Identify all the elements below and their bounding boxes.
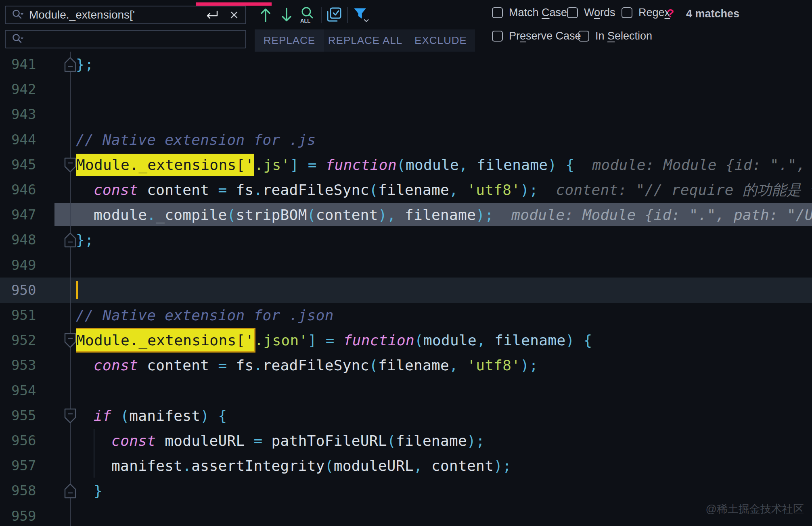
search-match-highlight: Module._extensions[' (76, 154, 254, 176)
code-line[interactable]: 952Module._extensions['.json'] = functio… (0, 328, 812, 353)
line-number[interactable]: 944 (11, 127, 36, 152)
code-token: module (423, 332, 477, 349)
code-token: content (138, 182, 218, 198)
text-cursor (76, 281, 78, 299)
search-all-button[interactable]: ALL (298, 6, 316, 24)
next-match-button[interactable] (278, 6, 295, 24)
code-line[interactable]: 954 (0, 378, 812, 403)
line-number[interactable]: 957 (11, 453, 36, 478)
whole-words-checkbox[interactable] (567, 7, 578, 18)
previous-match-button[interactable] (257, 6, 274, 24)
code-token: if (94, 407, 111, 424)
code-token (557, 157, 565, 173)
code-line[interactable]: 942 (0, 77, 812, 102)
code-token: { (218, 407, 227, 424)
line-number[interactable]: 950 (11, 278, 36, 303)
line-number[interactable]: 946 (11, 177, 36, 202)
line-number[interactable]: 958 (11, 478, 36, 503)
search-progress-bar (196, 2, 272, 6)
code-token (111, 407, 120, 424)
fold-start-icon[interactable] (63, 157, 77, 173)
search-match-highlight: Module._extensions[' (76, 329, 254, 351)
code-token: ); (520, 182, 538, 198)
line-number[interactable]: 949 (11, 253, 36, 278)
line-number[interactable]: 947 (11, 202, 36, 228)
line-number[interactable]: 945 (11, 152, 36, 177)
replace-input[interactable] (5, 30, 246, 48)
code-token (299, 157, 308, 173)
replace-all-button[interactable]: REPLACE ALL (324, 29, 406, 52)
whole-words-label[interactable]: Words (584, 6, 615, 19)
line-number[interactable]: 952 (11, 328, 36, 353)
line-number[interactable]: 943 (11, 102, 36, 127)
code-line[interactable]: 946 const content = fs.readFileSync(file… (0, 177, 812, 202)
code-line[interactable]: 953 const content = fs.readFileSync(file… (0, 353, 812, 378)
preserve-case-checkbox[interactable] (492, 31, 503, 42)
code-token: }; (76, 56, 94, 73)
fold-end-icon[interactable] (63, 483, 77, 499)
code-line[interactable]: 945Module._extensions['.js'] = function(… (0, 152, 812, 177)
line-number[interactable]: 959 (11, 503, 36, 526)
preserve-case-label[interactable]: Preserve Case (509, 30, 581, 42)
regex-label[interactable]: Regex (638, 6, 670, 19)
line-number[interactable]: 954 (11, 378, 36, 403)
return-icon[interactable] (205, 10, 219, 20)
code-token: .js' (254, 157, 290, 173)
filter-button[interactable] (352, 6, 370, 24)
code-line[interactable]: 941}; (0, 52, 812, 77)
code-line[interactable]: 948}; (0, 227, 812, 253)
code-line[interactable]: 950 (0, 278, 812, 303)
replace-button[interactable]: REPLACE (255, 29, 324, 52)
code-area[interactable]: 941};942943944// Native extension for .j… (0, 0, 812, 526)
line-number[interactable]: 942 (11, 77, 36, 102)
code-token: // Native extension for .json (76, 307, 334, 324)
fold-end-icon[interactable] (63, 232, 77, 248)
code-line[interactable]: 956 const moduleURL = pathToFileURL(file… (0, 428, 812, 453)
select-all-matches-button[interactable] (325, 6, 343, 24)
in-selection-label[interactable]: In Selection (595, 30, 652, 42)
fold-start-icon[interactable] (63, 408, 77, 424)
whole-words-toggle: Words (567, 7, 615, 18)
replace-query-field[interactable] (29, 33, 240, 46)
fold-end-icon[interactable] (63, 56, 77, 73)
code-line[interactable]: 957 manifest.assertIntegrity(moduleURL, … (0, 453, 812, 478)
code-token: ( (325, 457, 334, 474)
code-line[interactable]: 951// Native extension for .json (0, 303, 812, 328)
line-number[interactable]: 948 (11, 227, 36, 253)
match-case-label[interactable]: Match Case (509, 6, 567, 19)
code-token: . (182, 457, 191, 474)
code-token: module (76, 207, 147, 223)
line-number[interactable]: 955 (11, 403, 36, 428)
code-token: } (76, 482, 103, 499)
arrow-up-icon (257, 6, 274, 24)
line-number[interactable]: 956 (11, 428, 36, 453)
code-token: ] (290, 157, 299, 173)
fold-start-icon[interactable] (63, 332, 77, 349)
regex-help-icon[interactable]: ? (667, 6, 674, 20)
code-text: manifest.assertIntegrity(moduleURL, cont… (76, 453, 812, 478)
line-number[interactable]: 953 (11, 353, 36, 378)
code-token: fs (227, 357, 253, 374)
search-query-field[interactable] (29, 8, 205, 21)
search-input[interactable] (5, 6, 246, 24)
code-line[interactable]: 959 (0, 503, 812, 526)
code-line[interactable]: 958 } (0, 478, 812, 503)
code-token: , (449, 182, 458, 198)
code-token: pathToFileURL (263, 432, 387, 449)
code-token: filename (494, 332, 565, 349)
code-token: ) (378, 207, 387, 223)
code-line[interactable]: 944// Native extension for .js (0, 127, 812, 152)
code-line[interactable]: 947 module._compile(stripBOM(content), f… (0, 202, 812, 228)
match-case-checkbox[interactable] (492, 7, 503, 18)
exclude-button[interactable]: EXCLUDE (406, 29, 475, 52)
code-line[interactable]: 943 (0, 102, 812, 127)
close-icon[interactable] (229, 10, 239, 20)
line-number[interactable]: 951 (11, 303, 36, 328)
regex-toggle: Regex (622, 7, 670, 18)
code-line[interactable]: 955 if (manifest) { (0, 403, 812, 428)
code-token: ); (494, 457, 511, 474)
in-selection-checkbox[interactable] (578, 31, 589, 42)
regex-checkbox[interactable] (622, 7, 632, 18)
code-line[interactable]: 949 (0, 253, 812, 278)
line-number[interactable]: 941 (11, 52, 36, 77)
